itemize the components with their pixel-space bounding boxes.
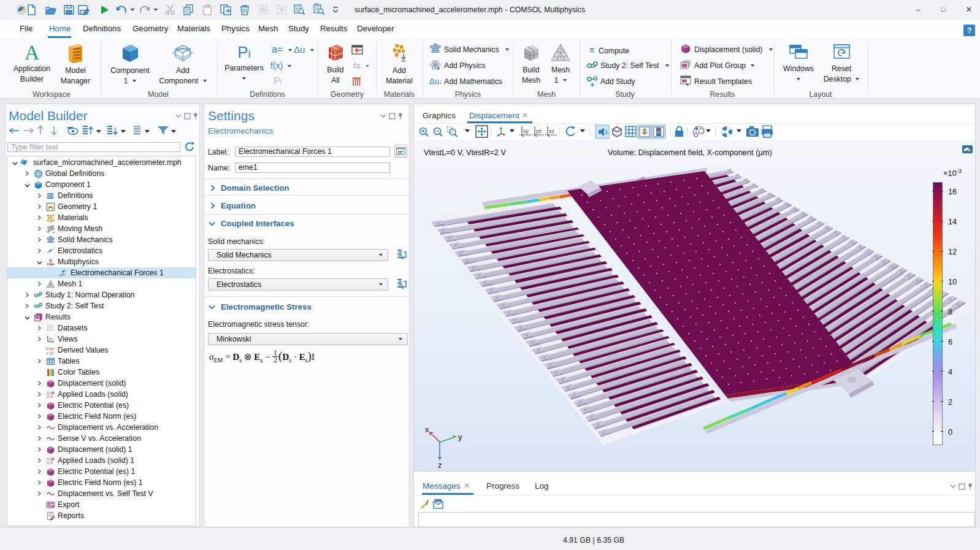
svg-text:z: z bbox=[438, 460, 442, 470]
svg-text:yz: yz bbox=[536, 128, 542, 134]
svg-text:x: x bbox=[425, 425, 429, 434]
svg-text:xz: xz bbox=[549, 128, 555, 134]
svg-text:8.85: 8.85 bbox=[46, 346, 53, 350]
svg-text:e-12: e-12 bbox=[46, 350, 54, 354]
svg-text:y: y bbox=[458, 432, 462, 441]
svg-text:xy: xy bbox=[523, 128, 529, 134]
